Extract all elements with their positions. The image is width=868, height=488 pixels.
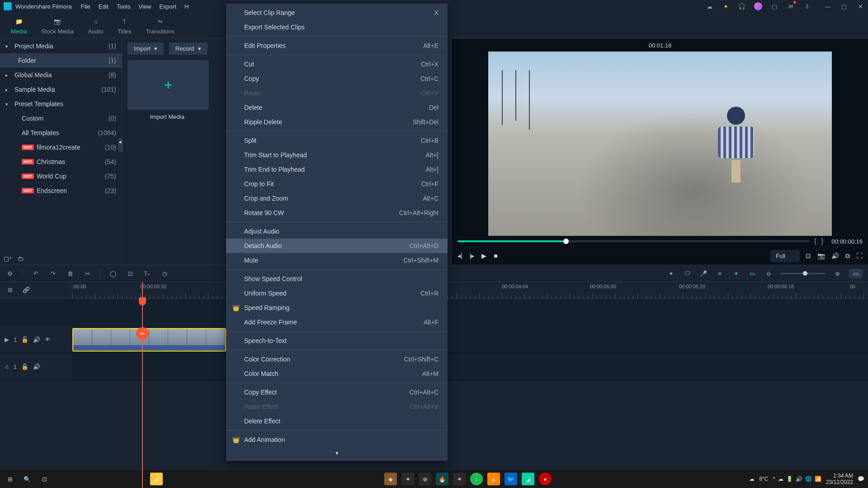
menu-item[interactable]: Trim Start to PlayheadAlt+[ [226, 148, 448, 162]
visibility-icon[interactable]: 👁 [45, 336, 51, 343]
maximize-icon[interactable]: ▢ [840, 2, 848, 10]
import-button[interactable]: Import ▾ [127, 42, 164, 55]
menu-item[interactable]: Edit PropertiesAlt+E [226, 38, 448, 53]
spotify-icon[interactable]: ♪ [470, 473, 483, 485]
zoom-in-icon[interactable]: ⊕ [833, 269, 842, 278]
close-icon[interactable]: ✕ [856, 2, 864, 10]
import-media-tile[interactable]: + [127, 60, 209, 110]
menu-view[interactable]: View [138, 3, 151, 10]
playhead[interactable]: ✂ [142, 282, 143, 488]
menu-item[interactable]: Ripple DeleteShift+Del [226, 115, 448, 129]
menu-item[interactable]: Speech-to-Text [226, 333, 448, 348]
menu-edit[interactable]: Edit [99, 3, 108, 10]
link-icon[interactable]: 🔗 [22, 286, 31, 295]
menu-item[interactable]: CopyCtrl+C [226, 71, 448, 86]
avatar-icon[interactable] [754, 2, 762, 10]
mixer-icon[interactable]: ≡ [715, 269, 724, 278]
sidebar-item[interactable]: ▸Global Media(8) [0, 68, 122, 82]
sidebar-item[interactable]: ▾Preset Templates [0, 97, 122, 111]
menu-item[interactable]: Trim End to PlayheadAlt+] [226, 162, 448, 177]
speed-icon[interactable]: ◷ [160, 269, 169, 278]
cloud-icon[interactable]: ☁ [705, 2, 713, 10]
app-icon-5[interactable]: ✦ [453, 473, 466, 485]
new-bin-icon[interactable]: ▢⁺ [4, 255, 12, 262]
scrubber-handle[interactable] [563, 239, 569, 244]
app-icon-2[interactable]: ✦ [401, 473, 414, 485]
sidebar-item[interactable]: HOTfilmora12create(10) [0, 140, 122, 155]
weather-icon[interactable]: ☁ [749, 476, 755, 482]
minimize-icon[interactable]: — [824, 2, 832, 10]
snapshot-icon[interactable]: 📷 [817, 252, 825, 259]
tab-audio[interactable]: ♫ Audio [81, 14, 110, 38]
sidebar-item[interactable]: ▾Project Media(1) [0, 39, 122, 53]
mark-in-icon[interactable]: { [814, 237, 816, 245]
tray-wifi-icon[interactable]: 📶 [815, 476, 821, 482]
volume-icon[interactable]: 🔊 [831, 252, 839, 259]
ratio-icon[interactable]: ▭ [748, 269, 757, 278]
zoom-out-icon[interactable]: ⊖ [764, 269, 773, 278]
split-icon[interactable]: ✂ [83, 269, 92, 278]
app-icon-4[interactable]: 🔥 [436, 473, 448, 485]
menu-item[interactable]: Rotate 90 CWCtrl+Alt+Right [226, 206, 448, 220]
shield-icon[interactable]: 🛡 [683, 269, 692, 278]
tray-onedrive-icon[interactable]: ☁ [778, 476, 783, 482]
split-badge-icon[interactable]: ✂ [136, 327, 149, 340]
menu-item[interactable]: 👑Speed Ramping [226, 300, 448, 315]
menu-item[interactable]: Delete Effect [226, 414, 448, 428]
save-icon[interactable]: ▢ [770, 2, 778, 10]
notifications-icon[interactable]: ✉ [787, 2, 795, 10]
menu-item[interactable]: Crop and ZoomAlt+C [226, 191, 448, 206]
tab-media[interactable]: 📁 Media [4, 14, 34, 38]
tray-battery-icon[interactable]: 🔋 [786, 476, 793, 482]
detach-icon[interactable]: ⧉ [845, 252, 850, 260]
menu-more[interactable]: ▾ [226, 447, 448, 459]
start-icon[interactable]: ⊞ [4, 473, 16, 485]
zoom-slider[interactable] [780, 273, 826, 274]
mute-icon[interactable]: 🔊 [33, 363, 40, 370]
search-icon[interactable]: 🔍 [21, 473, 33, 485]
tips-icon[interactable]: ✦ [722, 2, 730, 10]
delete-icon[interactable]: 🗑 [66, 269, 75, 278]
sidebar-item[interactable]: All Templates(1084) [0, 126, 122, 140]
sidebar-item[interactable]: ▸Sample Media(101) [0, 82, 122, 97]
lock-icon[interactable]: 🔓 [21, 336, 28, 343]
tab-titles[interactable]: T Titles [110, 14, 139, 38]
undo-icon[interactable]: ↶ [31, 269, 40, 278]
mute-icon[interactable]: 🔊 [33, 336, 40, 343]
scrubber-track[interactable] [458, 240, 810, 242]
app-icon-6[interactable]: 🐦 [505, 473, 517, 485]
lock-icon[interactable]: 🔓 [21, 363, 28, 370]
tray-language-icon[interactable]: 🌐 [805, 476, 812, 482]
tab-transitions[interactable]: ⇋ Transitions [139, 14, 182, 38]
app-icon-1[interactable]: ◆ [384, 473, 397, 485]
menu-file[interactable]: File [81, 3, 90, 10]
sidebar-item[interactable]: HOTWorld Cup(75) [0, 169, 122, 183]
menu-item[interactable]: MuteCtrl+Shift+M [226, 253, 448, 267]
menu-item[interactable]: Crop to FitCtrl+F [226, 177, 448, 191]
record-button[interactable]: Record ▾ [169, 42, 208, 55]
account-icon[interactable]: ⇩ [803, 2, 811, 10]
clock[interactable]: 1:34 AM 23/12/2022 [826, 473, 853, 485]
weather-temp[interactable]: 8°C [759, 476, 768, 482]
menu-item[interactable]: Show Speed Control [226, 272, 448, 286]
menu-item[interactable]: Color MatchAlt+M [226, 366, 448, 381]
menu-item[interactable]: 👑Add Animation [226, 432, 448, 447]
mark-out-icon[interactable]: } [821, 237, 823, 245]
app-icon-3[interactable]: ⊕ [419, 473, 431, 485]
mic-icon[interactable]: 🎤 [699, 269, 708, 278]
menu-item[interactable]: DeleteDel [226, 100, 448, 115]
explorer-icon[interactable]: 📁 [150, 473, 163, 485]
playhead-head[interactable] [139, 297, 146, 305]
crop-icon[interactable]: ⊡ [126, 269, 135, 278]
menu-item[interactable]: Copy EffectCtrl+Alt+C [226, 385, 448, 399]
collapse-handle[interactable]: ◂ [118, 138, 123, 152]
menu-export[interactable]: Export [159, 3, 176, 10]
filmora-icon[interactable]: ◢ [522, 473, 534, 485]
menu-item[interactable]: CutCtrl+X [226, 57, 448, 71]
tray-chevron-icon[interactable]: ^ [773, 476, 775, 482]
menu-help[interactable]: H [184, 3, 189, 10]
menu-item[interactable]: Uniform SpeedCtrl+R [226, 286, 448, 300]
display-icon[interactable]: ⊡ [806, 252, 811, 259]
zoom-handle[interactable] [803, 271, 807, 276]
timeline-add-icon[interactable]: ⊞ [5, 286, 14, 295]
